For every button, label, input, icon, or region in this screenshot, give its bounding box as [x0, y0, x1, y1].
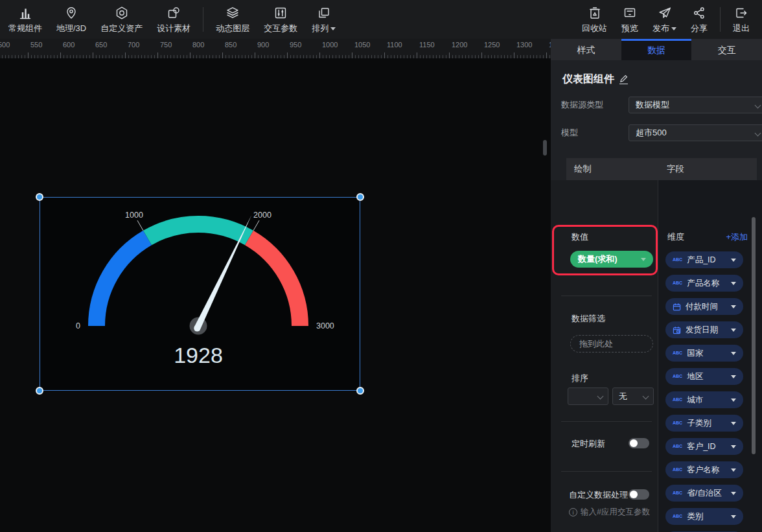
- dimension-field-国家[interactable]: ABC国家: [665, 345, 743, 362]
- toolbar-item-recycle-bin[interactable]: 回收站: [575, 0, 614, 39]
- dimension-field-类别[interactable]: ABC类别: [665, 508, 743, 525]
- canvas-scrollbar[interactable]: [543, 140, 547, 156]
- dimension-field-子类别[interactable]: ABC子类别: [665, 415, 743, 432]
- hint-text: 输入#应用交互参数: [581, 507, 650, 518]
- ruler-tick: [157, 52, 158, 58]
- ruler-tick: [407, 55, 408, 58]
- dimension-field-客户_ID[interactable]: ABC客户_ID: [665, 438, 743, 455]
- subtab-fields[interactable]: 字段: [667, 163, 684, 175]
- model-select[interactable]: 超市500: [629, 124, 762, 141]
- toolbar-item-share-nodes[interactable]: 分享: [684, 0, 715, 39]
- toolbar-item-arrange[interactable]: 排列: [305, 0, 343, 39]
- toolbar-item-label: 回收站: [582, 23, 607, 34]
- horizontal-ruler: 5005506006507007508008509009501000105011…: [0, 39, 551, 58]
- ruler-tick: [209, 55, 210, 58]
- custom-data-toggle[interactable]: [629, 489, 649, 500]
- toolbar-item-chart-bars[interactable]: 常规组件: [1, 0, 49, 39]
- toolbar-item-design-material[interactable]: 设计素材: [150, 0, 198, 39]
- toolbar-item-preview-screen[interactable]: 预览: [614, 0, 645, 39]
- field-name: 产品_ID: [687, 255, 715, 266]
- toolbar-separator: [203, 7, 203, 32]
- ruler-tick: [498, 55, 498, 58]
- tab-style[interactable]: 样式: [551, 39, 621, 60]
- ruler-tick: [248, 55, 249, 58]
- filter-section-label: 数据筛选: [572, 313, 605, 325]
- resize-handle-bottom-right[interactable]: [356, 387, 364, 395]
- ruler-label: 700: [128, 41, 139, 49]
- ruler-tick: [164, 55, 165, 58]
- edit-title-icon[interactable]: [619, 75, 628, 84]
- ruler-tick: [387, 55, 388, 58]
- subtab-draw[interactable]: 绘制: [574, 163, 592, 175]
- toolbar-item-paper-plane[interactable]: 发布: [645, 0, 684, 39]
- sliders-icon: [273, 5, 288, 21]
- measure-select[interactable]: 数量(求和): [570, 251, 653, 268]
- dimension-field-地区[interactable]: ABC地区: [665, 368, 743, 385]
- ruler-tick: [47, 55, 48, 58]
- ruler-tick: [433, 55, 433, 58]
- ruler-label: 1200: [452, 41, 467, 49]
- field-name: 省/自治区: [687, 488, 721, 499]
- resize-handle-bottom-left[interactable]: [36, 387, 43, 395]
- dimension-field-城市[interactable]: ABC城市: [665, 391, 743, 408]
- ruler-tick: [456, 55, 456, 58]
- refresh-toggle[interactable]: [629, 438, 649, 448]
- ruler-tick: [413, 55, 414, 58]
- resize-handle-top-left[interactable]: [36, 193, 43, 201]
- component-title: 仪表图组件: [562, 73, 614, 86]
- tab-data[interactable]: 数据: [621, 39, 692, 60]
- toolbar-item-sliders[interactable]: 交互参数: [257, 0, 305, 39]
- chevron-down-icon: [731, 515, 736, 518]
- gauge-component-selection[interactable]: 01000200030001928: [40, 197, 360, 391]
- tab-interaction[interactable]: 交互: [691, 39, 762, 60]
- chevron-down-icon: [731, 399, 736, 402]
- ruler-tick: [86, 55, 87, 58]
- ruler-tick: [216, 55, 216, 58]
- toolbar-item-hexagon-asset[interactable]: 自定义资产: [93, 0, 150, 39]
- ruler-tick: [99, 55, 100, 58]
- add-dimension-button[interactable]: +添加: [726, 231, 748, 243]
- chevron-down-icon: [755, 130, 761, 137]
- dimension-field-客户名称[interactable]: ABC客户名称: [665, 461, 743, 478]
- ruler-tick: [122, 55, 122, 58]
- toolbar-item-label: 分享: [691, 23, 708, 34]
- ruler-tick: [520, 55, 521, 58]
- sort-order-select[interactable]: 无: [612, 387, 654, 405]
- ruler-tick: [491, 55, 492, 58]
- ruler-tick: [148, 55, 148, 58]
- dimension-field-付款时间[interactable]: 付款时间: [665, 298, 743, 315]
- dimension-field-产品名称[interactable]: ABC产品名称: [665, 275, 743, 292]
- ruler-tick: [514, 52, 514, 58]
- svg-text:3000: 3000: [316, 321, 334, 330]
- field-name: 产品名称: [687, 278, 719, 289]
- dimension-field-发货日期[interactable]: 发货日期: [665, 321, 743, 338]
- ruler-tick: [352, 52, 352, 58]
- ruler-label: 900: [257, 41, 269, 49]
- ruler-tick: [332, 55, 333, 58]
- ruler-tick: [196, 55, 197, 58]
- toolbar-item-exit[interactable]: 退出: [726, 0, 757, 39]
- ruler-tick: [187, 55, 187, 58]
- svg-text:2000: 2000: [253, 211, 271, 220]
- ruler-tick: [57, 55, 58, 58]
- dimension-field-省/自治区[interactable]: ABC省/自治区: [665, 485, 743, 502]
- toolbar-right-group: 回收站预览发布分享退出: [575, 0, 757, 39]
- ruler-tick: [449, 52, 450, 58]
- ruler-tick: [481, 52, 482, 58]
- ruler-tick: [41, 55, 41, 58]
- ruler-tick: [290, 55, 291, 58]
- ruler-tick: [468, 55, 469, 58]
- ruler-tick: [501, 55, 502, 58]
- fields-scrollbar[interactable]: [752, 217, 756, 454]
- toolbar-item-geo-pin[interactable]: 地理/3D: [49, 0, 93, 39]
- toolbar-item-layers[interactable]: 动态图层: [209, 0, 257, 39]
- dimension-field-产品_ID[interactable]: ABC产品_ID: [665, 251, 743, 268]
- ruler-tick: [436, 55, 437, 58]
- sort-field-select[interactable]: [568, 387, 608, 405]
- filter-dropzone[interactable]: 拖到此处: [570, 335, 653, 353]
- datasource-type-select[interactable]: 数据模型: [629, 97, 762, 113]
- design-canvas[interactable]: 01000200030001928: [0, 58, 551, 532]
- ruler-tick: [167, 55, 168, 58]
- ruler-tick: [384, 52, 385, 58]
- resize-handle-top-right[interactable]: [356, 193, 364, 201]
